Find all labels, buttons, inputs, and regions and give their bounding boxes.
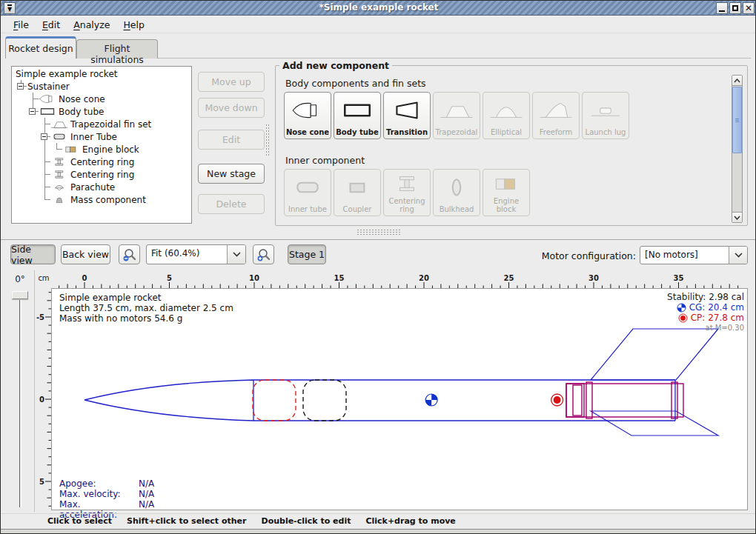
add-elliptical-button[interactable]: Elliptical — [483, 92, 530, 139]
minimize-button[interactable] — [716, 2, 728, 14]
nose-cone-outline[interactable] — [84, 380, 253, 421]
add-centering-ring-button[interactable]: Centering ring — [383, 169, 431, 216]
zoom-level-combo[interactable]: Fit (60.4%) — [146, 244, 246, 264]
rocket-info-text: Simple example rocket Length 37.5 cm, ma… — [59, 293, 233, 324]
tree-item-engine-block[interactable]: Engine block — [12, 143, 191, 156]
add-launch-lug-button[interactable]: Launch lug — [582, 92, 629, 139]
tree-item-centering-ring[interactable]: Centering ring — [12, 168, 191, 181]
rotation-slider-track[interactable] — [19, 298, 21, 507]
add-component-title: Add new component — [279, 60, 392, 71]
add-bulkhead-button[interactable]: Bulkhead — [433, 169, 480, 216]
stage-1-toggle[interactable]: Stage 1 — [288, 244, 326, 264]
centering-ring-icon — [50, 156, 68, 167]
rocket-canvas[interactable]: Simple example rocket Length 37.5 cm, ma… — [51, 288, 748, 510]
menu-file[interactable]: File — [7, 18, 36, 32]
menu-edit[interactable]: Edit — [36, 18, 67, 32]
scrollbar-thumb[interactable] — [732, 87, 742, 153]
tab-flight-simulations[interactable]: Flight simulations — [76, 39, 158, 59]
statusbar-hints: Click to selectShift+click to select oth… — [47, 516, 471, 526]
horizontal-ruler: 05101520253035 — [51, 273, 748, 288]
body-tube-outline[interactable] — [253, 380, 675, 421]
motor-combo-arrow[interactable] — [729, 247, 747, 264]
tree-item-trapezoidal-fin-set[interactable]: Trapezoidal fin set — [12, 118, 191, 130]
bulkhead-icon — [440, 176, 474, 198]
tree-item-parachute[interactable]: Parachute — [12, 181, 191, 193]
tree-item-body-tube[interactable]: Body tube — [12, 105, 191, 118]
centering-ring-aft[interactable] — [672, 382, 677, 418]
add-transition-button[interactable]: Transition — [383, 92, 431, 139]
tree-expander-icon[interactable] — [17, 83, 24, 90]
window-frame-bottom — [1, 529, 756, 534]
section-label-0: Body components and fin sets — [285, 78, 426, 89]
back-view-button[interactable]: Back view — [61, 244, 110, 264]
tree-expander-icon[interactable] — [41, 133, 47, 140]
edit-button[interactable]: Edit — [198, 130, 265, 150]
scroll-up-button[interactable] — [732, 76, 742, 86]
svg-text:0: 0 — [39, 396, 44, 404]
side-view-button[interactable]: Side view — [10, 244, 56, 264]
zoom-out-button[interactable] — [119, 244, 140, 264]
zoom-in-button[interactable] — [253, 244, 274, 264]
new-stage-button[interactable]: New stage — [198, 164, 265, 184]
tree-item-centering-ring[interactable]: Centering ring — [12, 156, 191, 168]
vertical-splitter-handle[interactable] — [265, 124, 270, 156]
fin-top[interactable] — [591, 329, 718, 380]
svg-text:30: 30 — [588, 274, 599, 282]
zoom-combo-arrow[interactable] — [227, 245, 245, 264]
parachute-outline[interactable] — [253, 380, 296, 421]
cg-icon — [677, 303, 686, 313]
chevron-down-icon — [735, 253, 743, 258]
fin-bottom[interactable] — [591, 411, 718, 435]
magnifier-plus-icon — [256, 247, 271, 262]
body-tube-icon — [340, 99, 374, 121]
tree-item-inner-tube[interactable]: Inner Tube — [12, 130, 191, 143]
tree-item-mass-component[interactable]: Mass component — [12, 193, 191, 206]
add-body-tube-button[interactable]: Body tube — [334, 92, 381, 139]
add-engine-block-button[interactable]: Engine block — [483, 169, 530, 216]
minimize-icon — [719, 10, 725, 12]
svg-text:5: 5 — [167, 274, 172, 282]
svg-text:5: 5 — [39, 478, 44, 486]
tree-item-nose-cone[interactable]: Nose cone — [12, 93, 191, 105]
window-title: *Simple example rocket — [1, 2, 756, 13]
centering-ring-icon — [50, 169, 68, 180]
menu-help[interactable]: Help — [116, 18, 151, 32]
section-label-1: Inner component — [285, 155, 365, 166]
component-tree[interactable]: Simple example rocketSustainerNose coneB… — [11, 66, 192, 224]
add-nose-cone-button[interactable]: Nose cone — [284, 92, 331, 139]
add-inner-tube-button[interactable]: Inner tube — [284, 169, 331, 216]
maximize-icon — [732, 5, 738, 11]
add-freeform-button[interactable]: Freeform — [532, 92, 580, 139]
mass-component-icon — [50, 194, 68, 205]
add-trapezoidal-button[interactable]: Trapezoidal — [433, 92, 480, 139]
move-down-button[interactable]: Move down — [198, 98, 265, 118]
stability-value: Stability: 2.98 cal — [667, 292, 744, 302]
menu-analyze[interactable]: Analyze — [67, 18, 116, 32]
chevron-up-icon — [734, 79, 740, 83]
move-up-button[interactable]: Move up — [198, 72, 265, 92]
tree-item-simple-example-rocket[interactable]: Simple example rocket — [12, 67, 191, 80]
component-panel-scrollbar[interactable] — [732, 75, 743, 223]
cp-value: CP: 27.8 cm — [691, 313, 744, 323]
maximize-button[interactable] — [729, 2, 741, 14]
add-coupler-button[interactable]: Coupler — [334, 169, 381, 216]
delete-button[interactable]: Delete — [198, 194, 265, 214]
svg-text:15: 15 — [334, 274, 345, 282]
scroll-down-button[interactable] — [732, 212, 742, 222]
motor-configuration-label: Motor configuration: — [520, 250, 636, 261]
titlebar[interactable]: ▼ *Simple example rocket ✕ — [1, 1, 756, 16]
svg-text:10: 10 — [249, 274, 259, 282]
tree-expander-icon[interactable] — [29, 108, 36, 115]
motor-configuration-combo[interactable]: [No motors] — [640, 246, 748, 264]
rotation-slider-handle[interactable] — [12, 291, 28, 299]
rotation-angle-label: 0° — [8, 274, 32, 284]
tab-rocket-design[interactable]: Rocket design — [5, 36, 76, 59]
mass-component-outline[interactable] — [303, 380, 346, 421]
centering-ring-fore[interactable] — [586, 382, 592, 418]
engine-block-inner[interactable] — [573, 385, 582, 415]
close-button[interactable]: ✕ — [743, 2, 755, 14]
cg-value: CG: 20.4 cm — [689, 302, 744, 313]
svg-text:20: 20 — [419, 274, 429, 282]
horizontal-splitter-handle[interactable] — [357, 229, 401, 235]
tree-item-sustainer[interactable]: Sustainer — [12, 80, 191, 93]
